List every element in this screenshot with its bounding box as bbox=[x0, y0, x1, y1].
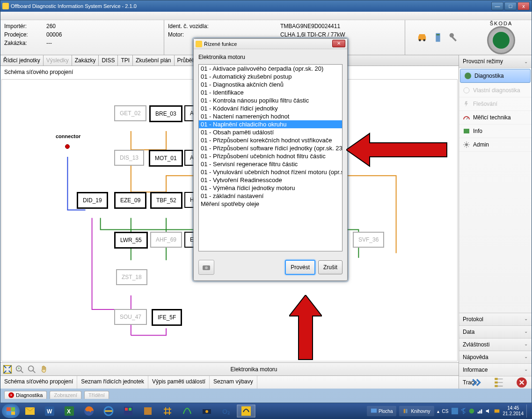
list-item[interactable]: 01 - Naplnění chladicího okruhu bbox=[199, 120, 342, 128]
side-header-modes[interactable]: Provozní režimy⌄ bbox=[459, 55, 532, 68]
close-x-icon[interactable]: × bbox=[8, 392, 14, 398]
taskbar-app2[interactable] bbox=[138, 404, 157, 418]
volume-icon[interactable] bbox=[485, 408, 492, 414]
tray-icon-3[interactable] bbox=[468, 408, 475, 414]
list-item[interactable]: 01 - Vynulování učebních hodnot řízení m… bbox=[199, 168, 342, 176]
side-protokol[interactable]: Protokol⌄ bbox=[459, 313, 532, 325]
network-icon[interactable] bbox=[477, 408, 483, 414]
list-item[interactable]: 01 - Přizpůsobení software řídicí jednot… bbox=[199, 144, 342, 152]
list-item[interactable]: 01 - Kontrola nánosu popílku filtru část… bbox=[199, 96, 342, 104]
side-flesovani[interactable]: Flešování bbox=[459, 97, 532, 111]
node-dis13[interactable]: DIS_13 bbox=[114, 150, 144, 166]
camera-button[interactable] bbox=[198, 260, 214, 275]
taskbar-clock[interactable]: 14:45 21.2.2014 bbox=[503, 405, 524, 417]
node-did19[interactable]: DID_19 bbox=[77, 192, 108, 209]
list-item[interactable]: 01 - Výměna řídicí jednotky motoru bbox=[199, 184, 342, 192]
taskbar-o2[interactable]: O₂ bbox=[217, 404, 236, 418]
list-item[interactable]: 01 - Vytvoření Readinesscode bbox=[199, 176, 342, 184]
node-eze09[interactable]: EZE_09 bbox=[114, 192, 146, 209]
bluetooth-icon[interactable] bbox=[460, 408, 466, 414]
side-admin[interactable]: Admin bbox=[459, 138, 532, 152]
tab-zakazky[interactable]: Zakázky bbox=[72, 55, 99, 66]
taskbar-app4[interactable] bbox=[178, 404, 197, 418]
tab-vysledky[interactable]: Výsledky bbox=[44, 55, 72, 66]
node-zst18[interactable]: ZST_18 bbox=[116, 269, 147, 285]
cancel-icon[interactable] bbox=[516, 376, 528, 389]
node-svf36[interactable]: SVF_36 bbox=[353, 232, 384, 248]
taskbar-excel[interactable]: X bbox=[60, 404, 79, 418]
tray-icon-1[interactable] bbox=[452, 408, 458, 414]
list-item[interactable]: 01 - Diagnostika akčních členů bbox=[199, 81, 342, 88]
list-item[interactable]: 01 - Servisní regenerace filtru částic bbox=[199, 160, 342, 168]
footer-tab-zobrazeni[interactable]: Zobrazení bbox=[50, 391, 81, 399]
tree-icon[interactable] bbox=[493, 376, 505, 389]
tab-vybava[interactable]: Seznam výbavy bbox=[210, 376, 257, 389]
side-informace[interactable]: Informace⌄ bbox=[459, 363, 532, 376]
show-desktop-button[interactable] bbox=[526, 404, 530, 418]
svg-rect-15 bbox=[495, 382, 498, 383]
tray-icon-6[interactable] bbox=[494, 408, 500, 414]
maximize-button[interactable]: □ bbox=[504, 2, 517, 10]
tab-seznam-jednotek[interactable]: Seznam řídicích jednotek bbox=[77, 376, 148, 389]
zoom-out-icon[interactable] bbox=[27, 364, 37, 375]
taskbar-odis[interactable] bbox=[237, 404, 255, 418]
tab-schema[interactable]: Schéma síťového propojení bbox=[0, 376, 77, 389]
node-mot01[interactable]: MOT_01 bbox=[149, 150, 183, 167]
svg-rect-37 bbox=[371, 409, 377, 413]
footer-tab-trideni[interactable]: Třídění bbox=[84, 391, 109, 399]
list-item[interactable]: 01 - Přizpůsobení učebních hodnot filtru… bbox=[199, 152, 342, 160]
node-lwr55[interactable]: LWR_55 bbox=[114, 232, 148, 249]
start-button[interactable] bbox=[2, 404, 20, 418]
dialog-close-button[interactable]: ✕ bbox=[332, 40, 345, 47]
list-item[interactable]: 01 - Kódování řídicí jednotky bbox=[199, 104, 342, 112]
list-item[interactable]: 01 - Přizpůsobení korekčních hodnot vstř… bbox=[199, 136, 342, 144]
hand-icon[interactable] bbox=[39, 364, 49, 375]
node-ife5f[interactable]: IFE_5F bbox=[152, 309, 182, 326]
side-info[interactable]: Info bbox=[459, 125, 532, 138]
node-sou47[interactable]: SOU_47 bbox=[114, 309, 147, 325]
tray-expand-icon[interactable]: ▴ bbox=[437, 409, 439, 414]
node-tbf52[interactable]: TBF_52 bbox=[150, 192, 182, 209]
tab-vypis[interactable]: Výpis paměti událostí bbox=[148, 376, 210, 389]
function-listbox[interactable]: 01 - Aktivace palivového čerpadla (opr.s… bbox=[198, 64, 343, 251]
node-get02[interactable]: GET_02 bbox=[114, 105, 146, 121]
side-data[interactable]: Data⌄ bbox=[459, 325, 532, 338]
cancel-button[interactable]: Zrušit bbox=[318, 260, 343, 274]
tab-diss[interactable]: DISS bbox=[99, 55, 118, 66]
side-diagnostika[interactable]: Diagnostika bbox=[460, 69, 531, 83]
footer-tab-diagnostika[interactable]: ×Diagnostika bbox=[4, 391, 47, 399]
forward-icon[interactable] bbox=[471, 376, 483, 389]
taskbar-word[interactable]: W bbox=[40, 404, 59, 418]
minimize-button[interactable]: — bbox=[491, 2, 503, 10]
list-item[interactable]: Měření spotřeby oleje bbox=[199, 200, 342, 208]
side-merici[interactable]: Měřicí technika bbox=[459, 111, 532, 125]
lang-indicator[interactable]: CS bbox=[442, 409, 449, 414]
fit-icon[interactable] bbox=[2, 364, 13, 375]
list-item[interactable]: 01 - základní nastavení bbox=[199, 192, 342, 200]
tab-ridici[interactable]: Řídicí jednotky bbox=[0, 55, 44, 66]
node-bre03[interactable]: BRE_03 bbox=[149, 105, 182, 122]
side-napoveda[interactable]: Nápověda⌄ bbox=[459, 351, 532, 363]
tab-zkusebni[interactable]: Zkušební plán bbox=[133, 55, 174, 66]
list-item[interactable]: 01 - Automatický zkušební postup bbox=[199, 73, 342, 81]
side-vlastni[interactable]: Vlastní diagnostika bbox=[459, 84, 532, 97]
taskbar-app3[interactable] bbox=[158, 404, 177, 418]
zoom-in-icon[interactable]: + bbox=[15, 364, 25, 375]
taskbar-libraries[interactable]: Knihovny bbox=[399, 406, 434, 416]
connector-label: connector bbox=[56, 133, 80, 139]
tab-tpi[interactable]: TPI bbox=[118, 55, 133, 66]
list-item[interactable]: 01 - Nactení namerených hodnot bbox=[199, 112, 342, 120]
taskbar-outlook[interactable] bbox=[21, 404, 39, 418]
list-item[interactable]: 01 - Aktivace palivového čerpadla (opr.s… bbox=[199, 65, 342, 73]
list-item[interactable]: 01 - Obsah paměti událostí bbox=[199, 128, 342, 136]
taskbar-app1[interactable] bbox=[119, 404, 138, 418]
taskbar-engine1[interactable] bbox=[197, 404, 216, 418]
side-zvlastnosti[interactable]: Zvláštnosti⌄ bbox=[459, 338, 532, 351]
close-button[interactable]: x bbox=[517, 2, 530, 10]
taskbar-firefox[interactable] bbox=[80, 404, 98, 418]
taskbar-desktop[interactable]: Plocha bbox=[367, 406, 397, 416]
taskbar-ie[interactable] bbox=[99, 404, 118, 418]
execute-button[interactable]: Provést bbox=[285, 260, 315, 275]
list-item[interactable]: 01 - Identifikace bbox=[199, 88, 342, 96]
node-ahf69[interactable]: AHF_69 bbox=[150, 232, 182, 248]
